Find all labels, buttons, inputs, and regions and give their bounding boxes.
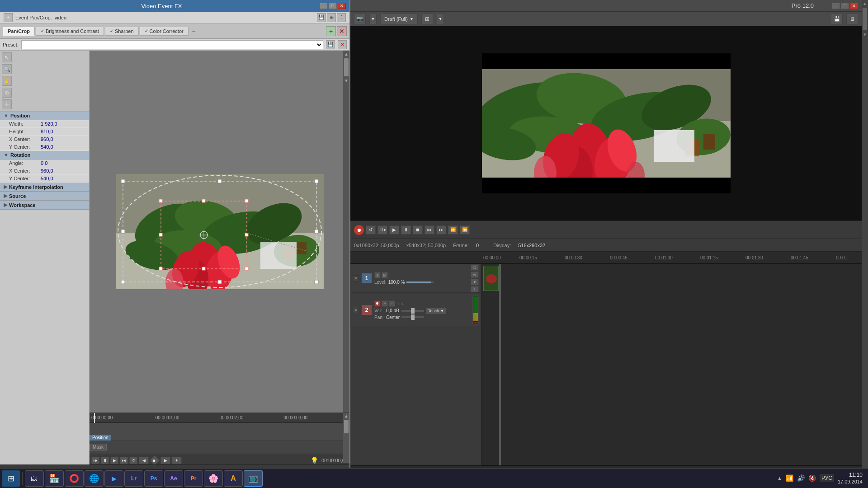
v-pause-btn[interactable]: ⏸: [401, 225, 411, 235]
vegas-track-lanes[interactable]: [481, 264, 862, 465]
v-loop-btn[interactable]: ↺: [366, 225, 376, 235]
track-mute-a[interactable]: ≡: [353, 307, 359, 313]
taskbar-app-opera[interactable]: ⭕: [65, 470, 84, 487]
track2-solo-icon[interactable]: ~: [382, 300, 388, 307]
preset-select[interactable]: [21, 40, 323, 49]
tl-diamond[interactable]: ◆: [150, 455, 160, 465]
canvas-container: ▲ ▼ 0:00:00,00 00:00:01,00 00:00:02,00 0…: [90, 51, 349, 465]
timeline-scrollbar-v[interactable]: ▲: [343, 413, 349, 463]
taskbar-app-store[interactable]: 🏪: [45, 470, 64, 487]
taskbar-app-lr[interactable]: Lr: [124, 470, 143, 487]
level-label: Level:: [374, 280, 387, 285]
main-scrollbar-v[interactable]: ▲ ▼: [862, 0, 868, 488]
tool-zoom[interactable]: 🔍: [2, 64, 12, 74]
add-fx-btn[interactable]: +: [326, 26, 336, 36]
vfx-close-btn[interactable]: ✕: [338, 3, 346, 9]
taskbar-app-ae[interactable]: Ae: [164, 470, 183, 487]
vol-slider[interactable]: [401, 310, 424, 312]
tab-color-corrector[interactable]: ✓Color Corrector: [140, 27, 189, 36]
video-clip[interactable]: [483, 266, 499, 291]
tool-select[interactable]: ✦: [4, 13, 13, 22]
v-ff-btn[interactable]: ⏩: [448, 225, 458, 235]
preset-close-icon[interactable]: ✕: [338, 40, 347, 49]
v-goto-end-btn[interactable]: ⏭: [436, 225, 446, 235]
taskbar-app-flower[interactable]: 🌸: [204, 470, 223, 487]
preview-monitor-btn[interactable]: 🖥: [846, 14, 858, 24]
pan-slider[interactable]: [401, 316, 424, 318]
v-stop-btn[interactable]: ⏹: [413, 225, 423, 235]
preset-save-btn[interactable]: 💾: [317, 13, 326, 22]
vegas-close-btn[interactable]: ✕: [850, 3, 858, 9]
tool-add-node[interactable]: ✛: [2, 99, 12, 109]
v-record-btn[interactable]: ⏺: [354, 225, 364, 235]
preset-save-icon[interactable]: 💾: [326, 40, 335, 49]
video-canvas[interactable]: [116, 174, 324, 289]
taskbar-app-a[interactable]: A: [224, 470, 243, 487]
track1-expand-btn[interactable]: ▼: [471, 279, 479, 285]
keyframe-group-header[interactable]: ▶ Keyframe interpolation: [0, 183, 89, 192]
tl-kf-left[interactable]: ◀: [139, 457, 149, 464]
preview-save-btn[interactable]: 💾: [831, 14, 843, 24]
v-rr-btn[interactable]: ⏪: [460, 225, 470, 235]
taskbar-app-player[interactable]: ▶: [104, 470, 123, 487]
tool-arrow[interactable]: ↖: [2, 52, 12, 62]
tab-pan-crop[interactable]: Pan/Crop: [3, 27, 35, 36]
track1-mute[interactable]: M: [382, 272, 388, 278]
canvas-scrollbar-v[interactable]: ▲ ▼: [343, 51, 349, 413]
preview-grid-dropdown[interactable]: ▼: [437, 14, 444, 24]
tl-play-pause[interactable]: ⏸: [101, 457, 109, 464]
tl-goto-start[interactable]: ⏮: [91, 457, 99, 464]
preview-cam-btn[interactable]: 📷: [354, 14, 366, 24]
taskbar-app-chrome[interactable]: 🌐: [85, 470, 104, 487]
taskbar-app-explorer[interactable]: 🗂: [25, 470, 44, 487]
vegas-min-btn[interactable]: ─: [832, 3, 840, 9]
track1-solo[interactable]: S: [374, 272, 381, 278]
position-group-header[interactable]: ▼ Position: [0, 112, 89, 120]
track2-mute-icon[interactable]: ⏺: [374, 300, 381, 307]
taskbar-tray: ▲ 📶 🔊 🔇 РУС 11:10 17.09.2014: [774, 472, 866, 485]
v-goto-start-btn[interactable]: ⏮: [425, 225, 434, 235]
tab-sharpen[interactable]: ✓Sharpen: [105, 27, 139, 36]
vfx-maximize-btn[interactable]: □: [329, 3, 337, 9]
rotation-group-header[interactable]: ▼ Rotation: [0, 151, 89, 160]
preview-grid-btn[interactable]: ⊞: [421, 14, 433, 24]
preset-grid2-btn[interactable]: ⋮: [337, 13, 346, 22]
vfx-minimize-btn[interactable]: ─: [320, 3, 328, 9]
preset-grid-btn[interactable]: ⊞: [327, 13, 336, 22]
touch-mode-btn[interactable]: Touch ▼: [426, 308, 446, 314]
source-group-header[interactable]: ▶ Source: [0, 192, 89, 201]
tool-anchor[interactable]: ⊕: [2, 88, 12, 98]
tray-sound[interactable]: 🔊: [797, 474, 805, 482]
track1-comp-btn[interactable]: ⊡: [471, 264, 479, 271]
taskbar-app-pr[interactable]: Pr: [184, 470, 203, 487]
tl-play[interactable]: ▶: [110, 457, 118, 464]
remove-fx-btn[interactable]: ✕: [337, 26, 347, 36]
tray-lang[interactable]: РУС: [820, 474, 834, 482]
preview-cam-dropdown[interactable]: ▼: [369, 14, 377, 24]
tl-kf-right[interactable]: ▶: [160, 457, 170, 464]
track1-fx-btn[interactable]: fx: [471, 272, 479, 278]
start-btn[interactable]: ⊞: [2, 470, 20, 487]
tray-up-arrow[interactable]: ▲: [777, 475, 782, 481]
tl-add[interactable]: ✦: [172, 457, 182, 464]
tray-sound-x[interactable]: 🔇: [808, 474, 816, 482]
taskbar-app-vegas[interactable]: 📺: [244, 470, 263, 487]
tab-brightness-contrast[interactable]: ✓Brightness and Contrast: [36, 27, 104, 36]
workspace-group-header[interactable]: ▶ Workspace: [0, 201, 89, 210]
track-mute-v[interactable]: ≡: [353, 275, 359, 282]
draft-label-btn[interactable]: Draft (Full) ▼: [380, 14, 418, 24]
vegas-max-btn[interactable]: □: [841, 3, 849, 9]
vfx-transport: ⏮ ⏸ ▶ ⏭ ↺ ◀ ◆ ▶ ✦ 💡 00:00:00,00: [90, 454, 349, 465]
tl-loop[interactable]: ↺: [129, 457, 137, 464]
taskbar-app-ps[interactable]: Ps: [144, 470, 163, 487]
tray-network[interactable]: 📶: [786, 474, 793, 482]
tl-goto-end[interactable]: ⏭: [120, 457, 128, 464]
v-play-btn[interactable]: ▶: [389, 225, 399, 235]
v-play-pause-btn[interactable]: ⏸▶: [377, 225, 387, 235]
track1-menu-btn[interactable]: ⋮: [471, 286, 479, 292]
track2-arm-icon[interactable]: ≈: [389, 300, 395, 307]
vfx-panel: Video Event FX ─ □ ✕ ✦ Event Pan/Crop: v…: [0, 0, 350, 488]
level-slider-track1[interactable]: [406, 282, 434, 283]
rotation-expand-icon: ▼: [4, 152, 9, 158]
tool-pan[interactable]: ✋: [2, 76, 12, 86]
